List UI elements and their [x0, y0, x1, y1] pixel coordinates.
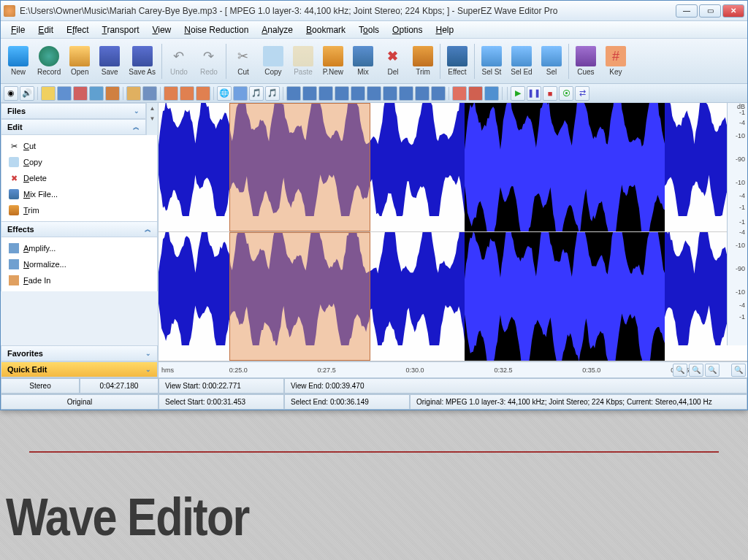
st-btn-25[interactable]	[415, 86, 430, 101]
record-button[interactable]: Record	[34, 41, 64, 82]
menu-effect[interactable]: Effect	[61, 23, 94, 37]
play-button[interactable]: ▶	[511, 86, 525, 101]
selection-region-1[interactable]	[229, 103, 370, 231]
zoom-sel-button[interactable]: 🔍	[705, 364, 720, 377]
st-btn-12[interactable]	[196, 86, 210, 101]
st-btn-2[interactable]: 🔊	[20, 86, 34, 101]
menu-view[interactable]: View	[146, 23, 177, 37]
menu-edit[interactable]: Edit	[32, 23, 59, 37]
maximize-button[interactable]: ▭	[699, 4, 721, 18]
st-btn-18[interactable]	[302, 86, 317, 101]
statusbar-1: Stereo 0:04:27.180 View Start: 0:00:22.7…	[1, 377, 747, 394]
cues-button[interactable]: Cues	[571, 41, 600, 82]
pause-button[interactable]: ❚❚	[527, 86, 541, 101]
st-btn-9[interactable]	[142, 86, 157, 101]
redo-button[interactable]: ↷Redo	[194, 41, 224, 82]
mix-button[interactable]: Mix	[348, 41, 378, 82]
st-btn-19[interactable]	[318, 86, 333, 101]
open-button[interactable]: Open	[65, 41, 94, 82]
menu-noise[interactable]: Noise Reduction	[178, 23, 254, 37]
zoom-out-button[interactable]: 🔍	[689, 364, 703, 377]
sidebar-item-copy[interactable]: Copy	[1, 154, 157, 170]
st-btn-22[interactable]	[367, 86, 381, 101]
st-btn-8[interactable]	[126, 86, 141, 101]
sidebar-item-amplify[interactable]: Amplify...	[1, 240, 157, 256]
st-btn-10[interactable]	[164, 86, 178, 101]
st-btn-23[interactable]	[383, 86, 397, 101]
sidebar-item-normalize[interactable]: Normalize...	[1, 256, 157, 272]
st-btn-16[interactable]: 🎵	[265, 86, 280, 101]
loop-button[interactable]: ⇄	[575, 86, 589, 101]
stop-button[interactable]: ■	[543, 86, 557, 101]
effects-panel-header[interactable]: Effects︽	[1, 221, 158, 237]
menu-analyze[interactable]: Analyze	[256, 23, 299, 37]
undo-button[interactable]: ↶Undo	[164, 41, 194, 82]
zoom-fit-button[interactable]: 🔍	[731, 364, 746, 377]
st-btn-20[interactable]	[335, 86, 349, 101]
st-btn-28[interactable]	[468, 86, 483, 101]
titlebar[interactable]: E:\Users\Owner\Music\Mariah Carey-Bye By…	[1, 1, 747, 21]
sidebar-item-cut[interactable]: ✂Cut	[1, 138, 157, 154]
sidebar-item-trim[interactable]: Trim	[1, 202, 157, 218]
del-button[interactable]: ✖Del	[378, 41, 408, 82]
st-btn-1[interactable]: ◉	[4, 86, 18, 101]
scroll-down-icon[interactable]: ▼	[147, 113, 158, 123]
favorites-panel-header[interactable]: Favorites⌄	[1, 345, 158, 361]
st-btn-3[interactable]	[41, 86, 56, 101]
st-btn-13[interactable]: 🌐	[217, 86, 232, 101]
minimize-button[interactable]: —	[676, 4, 698, 18]
timeline[interactable]: hms 0:25.0 0:27.5 0:30.0 0:32.5 0:35.0 0…	[159, 361, 747, 377]
trim-button[interactable]: Trim	[408, 41, 438, 82]
edit-panel-header[interactable]: Edit︽	[1, 119, 146, 135]
st-btn-7[interactable]	[105, 86, 120, 101]
selection-region-2b[interactable]	[465, 232, 665, 361]
st-btn-6[interactable]	[89, 86, 104, 101]
files-panel-header[interactable]: Files⌄	[1, 103, 146, 119]
effect-button[interactable]: Effect	[443, 41, 472, 82]
waveform-inverted	[465, 103, 665, 231]
playloop-button[interactable]: ⦿	[559, 86, 573, 101]
selection-region-2[interactable]	[465, 103, 665, 231]
save-button[interactable]: Save	[95, 41, 124, 82]
seled-button[interactable]: Sel Ed	[507, 41, 536, 82]
pnew-button[interactable]: P.New	[318, 41, 348, 82]
menu-transport[interactable]: Transport	[96, 23, 145, 37]
sidebar-item-mix[interactable]: Mix File...	[1, 186, 157, 202]
st-btn-17[interactable]	[286, 86, 301, 101]
close-button[interactable]: ✕	[722, 4, 744, 18]
st-btn-26[interactable]	[431, 86, 446, 101]
new-button[interactable]: New	[4, 41, 33, 82]
copy-button[interactable]: Copy	[259, 41, 288, 82]
cut-button[interactable]: ✂Cut	[229, 41, 258, 82]
waveform-display[interactable]: dB -1 -4 -10 -90 -10 -4 -1 -1 -4 -10 -90…	[159, 103, 747, 361]
st-btn-29[interactable]	[484, 86, 499, 101]
toolbar-separator	[161, 44, 162, 79]
menu-tools[interactable]: Tools	[353, 23, 385, 37]
st-btn-15[interactable]: 🎵	[249, 86, 264, 101]
menu-options[interactable]: Options	[386, 23, 428, 37]
quickedit-panel-header[interactable]: Quick Edit⌄	[1, 361, 158, 377]
selst-button[interactable]: Sel St	[477, 41, 506, 82]
st-btn-21[interactable]	[351, 86, 365, 101]
sidebar-item-delete[interactable]: ✖Delete	[1, 170, 157, 186]
menu-help[interactable]: Help	[430, 23, 459, 37]
st-btn-11[interactable]	[180, 86, 194, 101]
selection-region-1b[interactable]	[229, 232, 370, 361]
saveas-button[interactable]: Save As	[125, 41, 159, 82]
zoom-in-button[interactable]: 🔍	[673, 364, 687, 377]
menu-bookmark[interactable]: Bookmark	[300, 23, 351, 37]
chevron-up-icon: ︽	[133, 123, 140, 132]
st-btn-14[interactable]	[233, 86, 248, 101]
toolbar-separator	[474, 44, 475, 79]
copy-icon	[263, 46, 283, 66]
paste-button[interactable]: Paste	[289, 41, 318, 82]
menu-file[interactable]: File	[5, 23, 31, 37]
st-btn-27[interactable]	[452, 86, 467, 101]
key-button[interactable]: #Key	[601, 41, 630, 82]
st-btn-24[interactable]	[399, 86, 413, 101]
scroll-up-icon[interactable]: ▲	[147, 103, 158, 113]
st-btn-5[interactable]	[73, 86, 88, 101]
sel-button[interactable]: Sel	[537, 41, 566, 82]
sidebar-item-fadein[interactable]: Fade In	[1, 272, 157, 288]
st-btn-4[interactable]	[57, 86, 72, 101]
